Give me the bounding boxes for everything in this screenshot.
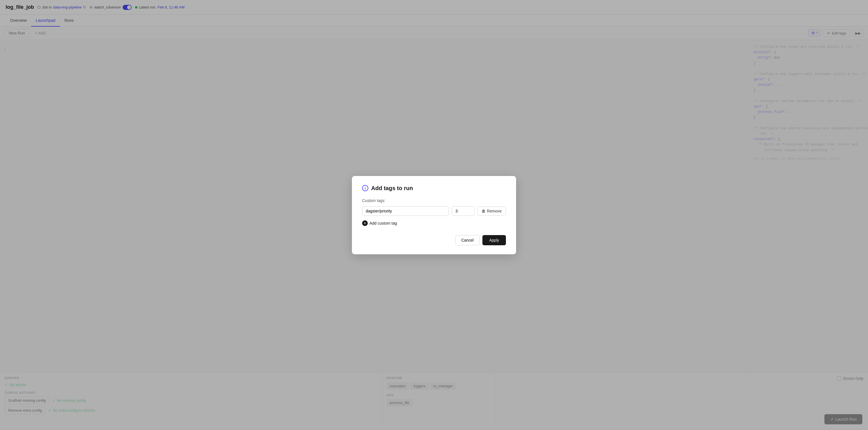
plus-circle-icon: +: [362, 220, 368, 226]
add-custom-tag-button[interactable]: + Add custom tag: [362, 219, 397, 227]
cancel-button[interactable]: Cancel: [455, 235, 479, 245]
add-tags-modal: i Add tags to run Custom tags: 🗑 Remove …: [352, 176, 516, 254]
remove-tag-button[interactable]: 🗑 Remove: [477, 206, 506, 216]
modal-footer: Cancel Apply: [362, 235, 506, 245]
apply-button[interactable]: Apply: [483, 235, 506, 245]
tag-key-input[interactable]: [362, 206, 449, 216]
modal-header: i Add tags to run: [362, 185, 506, 192]
custom-tags-label: Custom tags:: [362, 198, 506, 203]
tag-value-input[interactable]: [452, 206, 474, 216]
modal-info-icon: i: [362, 185, 368, 191]
trash-icon: 🗑: [482, 209, 486, 213]
modal-title: Add tags to run: [371, 185, 413, 192]
modal-overlay: i Add tags to run Custom tags: 🗑 Remove …: [0, 0, 868, 430]
tag-row: 🗑 Remove: [362, 206, 506, 216]
